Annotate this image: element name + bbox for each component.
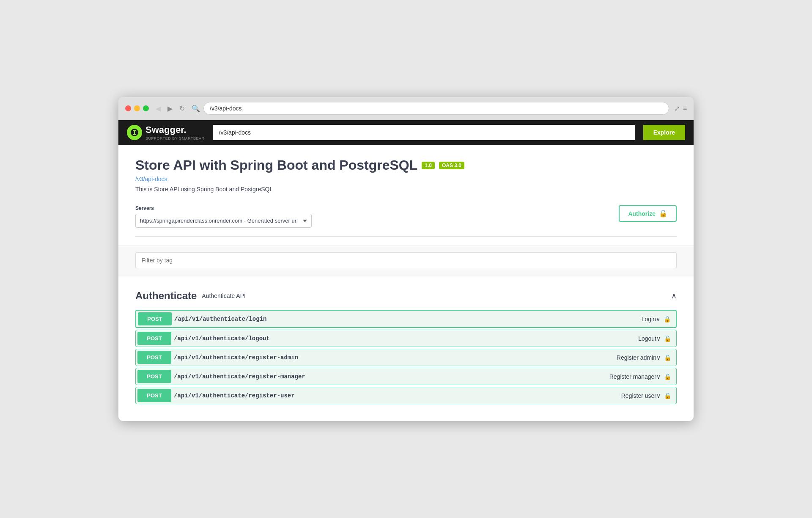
endpoint-path: /api/v1/authenticate/login: [174, 316, 637, 322]
browser-titlebar: ◀ ▶ ↻ 🔍 ⤢ ≡: [118, 97, 694, 120]
servers-group: Servers https://springapirenderclass.onr…: [135, 205, 312, 228]
endpoint-row-register-admin[interactable]: POST /api/v1/authenticate/register-admin…: [135, 349, 677, 366]
endpoints-list: POST /api/v1/authenticate/login Login ∨ …: [135, 310, 677, 404]
endpoint-chevron-icon[interactable]: ∨: [656, 335, 661, 342]
servers-label: Servers: [135, 205, 312, 211]
api-section-authenticate: Authenticate Authenticate API ∧ POST /ap…: [135, 284, 677, 404]
endpoint-row-register-user[interactable]: POST /api/v1/authenticate/register-user …: [135, 387, 677, 404]
endpoint-chevron-icon[interactable]: ∨: [656, 392, 661, 399]
section-header-authenticate[interactable]: Authenticate Authenticate API ∧: [135, 284, 677, 308]
search-icon: 🔍: [192, 105, 200, 113]
refresh-button[interactable]: ↻: [178, 104, 187, 113]
browser-window: ◀ ▶ ↻ 🔍 ⤢ ≡ Swagger. SUPPORTED BY SMARTB…: [118, 97, 694, 421]
endpoint-path: /api/v1/authenticate/register-admin: [174, 354, 612, 361]
method-badge-post: POST: [137, 370, 171, 383]
close-button[interactable]: [125, 105, 131, 111]
endpoint-summary: Register manager: [609, 373, 656, 380]
method-badge-post: POST: [137, 332, 171, 345]
version-badge: 1.0: [422, 162, 435, 169]
endpoint-path: /api/v1/authenticate/register-user: [174, 392, 617, 399]
api-sections: Authenticate Authenticate API ∧ POST /ap…: [135, 276, 677, 404]
swagger-logo-icon: [127, 125, 142, 140]
endpoint-path: /api/v1/authenticate/logout: [174, 335, 634, 342]
endpoint-summary: Register admin: [617, 354, 656, 361]
expand-icon[interactable]: ⤢: [674, 105, 680, 113]
api-title-row: Store API with Spring Boot and PostgreSQ…: [135, 157, 677, 173]
method-badge-post: POST: [138, 312, 172, 325]
endpoint-lock-icon: 🔒: [664, 316, 671, 322]
endpoint-chevron-icon[interactable]: ∨: [656, 354, 661, 361]
endpoint-path: /api/v1/authenticate/register-manager: [174, 373, 605, 380]
forward-button[interactable]: ▶: [166, 104, 174, 113]
endpoint-row-register-manager[interactable]: POST /api/v1/authenticate/register-manag…: [135, 368, 677, 385]
explore-button[interactable]: Explore: [643, 125, 685, 140]
filter-section: [118, 245, 694, 276]
endpoint-summary: Logout: [638, 335, 656, 342]
filter-input[interactable]: [135, 252, 677, 268]
method-badge-post: POST: [137, 389, 171, 402]
endpoint-actions: ∨ 🔒: [656, 373, 676, 380]
endpoint-chevron-icon[interactable]: ∨: [656, 316, 660, 322]
endpoint-lock-icon: 🔒: [664, 354, 671, 361]
traffic-lights: [125, 105, 149, 111]
api-description: This is Store API using Spring Boot and …: [135, 186, 677, 193]
window-controls: ⤢ ≡: [674, 105, 687, 113]
maximize-button[interactable]: [143, 105, 149, 111]
servers-select[interactable]: https://springapirenderclass.onrender.co…: [135, 214, 312, 228]
authorize-label: Authorize: [628, 210, 656, 217]
swagger-logo-text: Swagger.: [145, 124, 205, 135]
endpoint-row-logout[interactable]: POST /api/v1/authenticate/logout Logout …: [135, 330, 677, 347]
lock-icon: 🔓: [659, 209, 667, 218]
api-header: Store API with Spring Boot and PostgreSQ…: [135, 157, 677, 193]
endpoint-actions: ∨ 🔒: [656, 316, 676, 322]
endpoint-chevron-icon[interactable]: ∨: [656, 373, 661, 380]
endpoint-summary: Login: [642, 316, 656, 322]
oas-badge: OAS 3.0: [439, 162, 464, 169]
menu-icon[interactable]: ≡: [683, 105, 687, 112]
endpoint-row-login[interactable]: POST /api/v1/authenticate/login Login ∨ …: [135, 310, 677, 328]
section-title-group: Authenticate Authenticate API: [135, 290, 246, 302]
endpoint-actions: ∨ 🔒: [656, 354, 676, 361]
swagger-main-content: Store API with Spring Boot and PostgreSQ…: [118, 145, 694, 421]
back-button[interactable]: ◀: [154, 104, 162, 113]
endpoint-actions: ∨ 🔒: [656, 392, 676, 399]
method-badge-post: POST: [137, 351, 171, 364]
section-title: Authenticate: [135, 290, 197, 302]
authorize-button[interactable]: Authorize 🔓: [619, 205, 677, 222]
endpoint-lock-icon: 🔒: [664, 373, 671, 380]
endpoint-lock-icon: 🔒: [664, 392, 671, 399]
section-chevron-icon: ∧: [671, 291, 677, 300]
swagger-navbar: Swagger. SUPPORTED BY SMARTBEAR Explore: [118, 120, 694, 145]
api-title: Store API with Spring Boot and PostgreSQ…: [135, 157, 417, 173]
address-bar[interactable]: [203, 102, 669, 115]
swagger-logo-sub: SUPPORTED BY SMARTBEAR: [145, 136, 205, 141]
endpoint-actions: ∨ 🔒: [656, 335, 676, 342]
servers-section: Servers https://springapirenderclass.onr…: [135, 205, 677, 237]
endpoint-summary: Register user: [621, 392, 656, 399]
section-description: Authenticate API: [202, 292, 246, 299]
minimize-button[interactable]: [134, 105, 140, 111]
api-docs-link[interactable]: /v3/api-docs: [135, 176, 677, 182]
nav-buttons: ◀ ▶ ↻: [154, 104, 187, 113]
swagger-url-input[interactable]: [213, 125, 635, 140]
swagger-logo: Swagger. SUPPORTED BY SMARTBEAR: [127, 124, 205, 141]
endpoint-lock-icon: 🔒: [664, 335, 671, 342]
